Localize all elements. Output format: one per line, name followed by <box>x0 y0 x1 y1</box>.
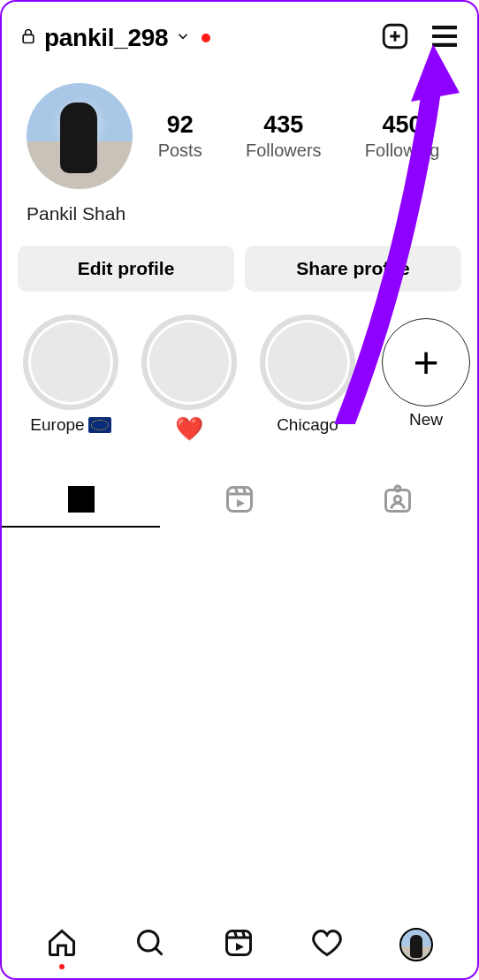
nav-search[interactable] <box>134 927 166 962</box>
tab-grid[interactable] <box>2 478 160 528</box>
followers-label: Followers <box>246 141 322 161</box>
lock-icon <box>19 27 37 49</box>
stat-posts[interactable]: 92 Posts <box>158 111 202 161</box>
highlight-label: Chicago <box>260 415 355 435</box>
notification-dot <box>201 34 210 42</box>
plus-icon: + <box>382 318 470 406</box>
bottom-navigation <box>2 927 477 962</box>
highlight-cover <box>145 318 233 406</box>
highlight-label: ❤️ <box>141 415 237 443</box>
svg-rect-0 <box>23 34 34 42</box>
svg-line-21 <box>156 948 163 955</box>
share-profile-button[interactable]: Share profile <box>245 246 461 292</box>
highlight-cover <box>27 318 115 406</box>
stat-followers[interactable]: 435 Followers <box>246 111 322 161</box>
highlight-label: New <box>378 410 474 429</box>
profile-action-buttons: Edit profile Share profile <box>2 224 477 292</box>
stat-following[interactable]: 450 Following <box>365 111 439 161</box>
create-button[interactable] <box>380 21 410 55</box>
nav-activity[interactable] <box>311 927 343 962</box>
highlight-label: Europe <box>23 415 118 435</box>
posts-label: Posts <box>158 141 202 161</box>
highlight-item[interactable]: Chicago <box>260 318 355 435</box>
highlight-item[interactable]: ❤️ <box>141 318 237 443</box>
svg-rect-7 <box>69 488 93 512</box>
edit-profile-button[interactable]: Edit profile <box>18 246 234 292</box>
svg-marker-26 <box>236 943 244 951</box>
eu-flag-icon <box>88 417 111 433</box>
svg-marker-16 <box>237 499 245 507</box>
svg-rect-22 <box>227 931 251 955</box>
nav-avatar-icon <box>399 928 433 961</box>
highlight-new[interactable]: + New <box>378 318 474 429</box>
nav-profile[interactable] <box>399 928 433 961</box>
tab-tagged[interactable] <box>319 478 477 528</box>
svg-point-19 <box>395 496 402 503</box>
highlight-item[interactable]: Europe <box>23 318 118 435</box>
username-switcher[interactable]: pankil_298 <box>19 24 210 52</box>
chevron-down-icon <box>175 28 191 48</box>
tab-reels[interactable] <box>160 478 318 528</box>
hamburger-menu-button[interactable] <box>430 24 460 52</box>
profile-avatar[interactable] <box>27 83 133 189</box>
profile-content-tabs <box>2 478 477 528</box>
svg-rect-17 <box>386 490 410 512</box>
posts-count: 92 <box>158 111 202 139</box>
profile-summary-row: 92 Posts 435 Followers 450 Following <box>2 64 477 196</box>
following-count: 450 <box>365 111 439 139</box>
username-label: pankil_298 <box>44 24 168 52</box>
nav-reels[interactable] <box>223 927 255 962</box>
svg-point-20 <box>139 931 159 952</box>
following-label: Following <box>365 141 439 161</box>
profile-topbar: pankil_298 <box>2 2 477 64</box>
nav-home[interactable] <box>46 927 78 962</box>
story-highlights: Europe ❤️ Chicago + New <box>2 292 477 453</box>
followers-count: 435 <box>246 111 322 139</box>
display-name: Pankil Shah <box>2 196 477 224</box>
highlight-cover <box>263 318 352 406</box>
svg-rect-12 <box>227 488 251 512</box>
